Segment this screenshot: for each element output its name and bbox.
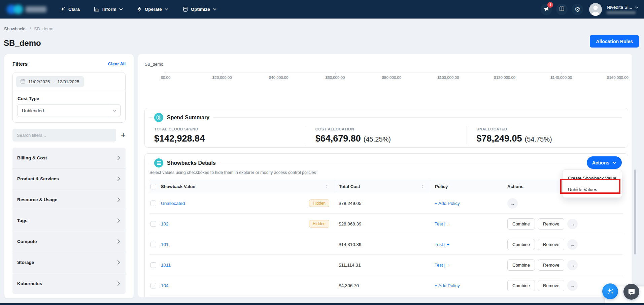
brand-logo-blurred[interactable] <box>5 4 55 15</box>
combine-button[interactable]: Combine <box>507 239 535 250</box>
showback-value-link[interactable]: 104 <box>161 283 169 288</box>
policy-link[interactable]: Test | + <box>435 242 449 247</box>
row-checkbox[interactable] <box>150 242 156 247</box>
breadcrumb-parent[interactable]: Showbacks <box>4 26 26 31</box>
select-all-checkbox[interactable] <box>150 184 156 189</box>
sparkles-icon <box>606 287 615 296</box>
policy-link[interactable]: + Add Policy <box>435 283 460 288</box>
x-axis-line <box>164 72 628 72</box>
x-tick <box>618 72 618 74</box>
x-tick <box>279 72 279 74</box>
breadcrumb: Showbacks / SB_demo <box>4 26 53 31</box>
row-arrow-button[interactable]: → <box>567 219 578 229</box>
date-range-picker[interactable]: 11/02/2025 - 12/01/2025 <box>16 76 84 87</box>
showback-value-link[interactable]: 102 <box>161 221 169 226</box>
metric-value: $64,679.80 <box>315 133 361 144</box>
x-tick-label: $80,000.00 <box>382 75 402 80</box>
row-arrow-button[interactable]: → <box>567 239 578 250</box>
filter-section-kubernetes[interactable]: Kubernetes <box>12 273 126 294</box>
x-tick <box>448 72 448 74</box>
allocation-rules-button[interactable]: Allocation Rules <box>590 35 639 48</box>
table-row-102: 102Hidden$28,068.39Test | +CombineRemove… <box>149 214 623 234</box>
showbacks-table: Showback Value ▲▼ Total Cost ▲▼ Policy A… <box>149 180 623 296</box>
row-checkbox[interactable] <box>150 221 156 227</box>
chevron-down-icon <box>109 104 120 117</box>
dropdown-item-unhide-values[interactable]: Unhide Values <box>563 184 622 195</box>
showbacks-details-card: Showbacks Details Select values using ch… <box>144 153 628 297</box>
remove-button[interactable]: Remove <box>538 239 564 250</box>
cost-type-select[interactable]: Unblended <box>18 104 121 117</box>
avatar[interactable] <box>589 3 602 16</box>
total-cost-value: $11,114.31 <box>339 263 361 268</box>
calendar-icon <box>21 79 25 85</box>
chevron-right-icon <box>117 260 120 265</box>
search-input[interactable] <box>12 129 116 142</box>
user-block[interactable]: Nivedita Si... <box>607 5 639 14</box>
remove-button[interactable]: Remove <box>538 260 564 271</box>
dropdown-item-create-showback-value[interactable]: Create Showback Value <box>563 172 622 184</box>
filter-section-label: Compute <box>17 239 37 244</box>
metric-value: $78,249.05 <box>476 133 522 144</box>
filter-section-compute[interactable]: Compute <box>12 231 126 252</box>
sort-icon[interactable]: ▲▼ <box>326 184 328 188</box>
vertical-scrollbar[interactable] <box>634 170 636 254</box>
ai-assistant-fab[interactable] <box>602 283 618 299</box>
settings-button[interactable]: ⚙ <box>572 4 583 15</box>
filter-section-billing-cost[interactable]: Billing & Cost <box>12 148 126 169</box>
filters-panel: Filters Clear All 11/02/2025 - 12/01/202… <box>4 54 134 299</box>
combine-button[interactable]: Combine <box>507 260 535 271</box>
row-arrow-button[interactable]: → <box>567 280 578 291</box>
col-showback-value[interactable]: Showback Value <box>161 184 195 189</box>
clear-all-link[interactable]: Clear All <box>108 61 126 66</box>
total-cost-value: $28,068.39 <box>339 221 362 226</box>
actions-button[interactable]: Actions <box>587 156 622 169</box>
row-checkbox[interactable] <box>150 201 156 206</box>
sort-icon[interactable]: ▲▼ <box>422 184 424 188</box>
row-checkbox[interactable] <box>150 262 156 268</box>
filter-section-product-services[interactable]: Product & Services <box>12 169 126 189</box>
total-cost-value: $78,249.05 <box>339 201 362 206</box>
total-cost-value: $14,310.39 <box>339 242 362 247</box>
menu-label: Clara <box>68 7 80 12</box>
col-total-cost[interactable]: Total Cost <box>339 184 360 189</box>
policy-link[interactable]: Test | + <box>435 221 449 226</box>
docs-button[interactable] <box>556 4 568 15</box>
nav-right-cluster: 1 ⚙ Nivedita Si... <box>541 3 639 16</box>
showback-value-link[interactable]: 101 <box>161 242 169 247</box>
remove-button[interactable]: Remove <box>538 280 564 291</box>
date-end: 12/01/2025 <box>57 79 79 84</box>
menu-item-optimize[interactable]: Optimize <box>182 6 216 12</box>
combine-button[interactable]: Combine <box>507 280 535 291</box>
bar-chart-icon <box>94 6 100 12</box>
menu-item-inform[interactable]: Inform <box>94 6 123 12</box>
breadcrumb-current: SB_demo <box>34 26 53 31</box>
bottom-accent-bar <box>0 303 644 305</box>
combine-button[interactable]: Combine <box>507 218 535 230</box>
cost-type-value: Unblended <box>18 108 109 113</box>
remove-button[interactable]: Remove <box>538 218 564 230</box>
policy-link[interactable]: + Add Policy <box>435 201 460 206</box>
filter-section-label: Kubernetes <box>17 281 42 286</box>
chevron-down-icon <box>635 5 639 10</box>
row-arrow-button[interactable]: → <box>567 260 578 270</box>
metric-total-cloud-spend: TOTAL CLOUD SPEND$142,928.84 <box>145 126 306 144</box>
menu-item-operate[interactable]: Operate <box>137 6 168 12</box>
main-content: SB_demo $0.00$20,000.00$40,000.00$60,000… <box>138 54 632 297</box>
filter-section-tags[interactable]: Tags <box>12 210 126 231</box>
announcements-button[interactable]: 1 <box>541 4 552 15</box>
page-title: SB_demo <box>4 38 41 48</box>
chat-widget-fab[interactable] <box>623 284 639 300</box>
chevron-right-icon <box>117 176 120 181</box>
filter-section-resource-usage[interactable]: Resource & Usage <box>12 189 126 210</box>
filter-section-storage[interactable]: Storage <box>12 252 126 273</box>
policy-link[interactable]: Test | + <box>435 263 449 268</box>
row-checkbox[interactable] <box>150 283 156 288</box>
showback-value-link[interactable]: 1011 <box>161 263 171 268</box>
add-filter-button[interactable]: + <box>121 131 126 139</box>
row-arrow-button[interactable]: → <box>507 198 518 209</box>
chevron-right-icon <box>117 239 120 244</box>
x-tick-label: $100,000.00 <box>437 75 459 80</box>
filter-section-label: Tags <box>17 218 28 223</box>
showback-value-link[interactable]: Unallocated <box>161 201 185 206</box>
menu-item-clara[interactable]: Clara <box>60 6 80 12</box>
